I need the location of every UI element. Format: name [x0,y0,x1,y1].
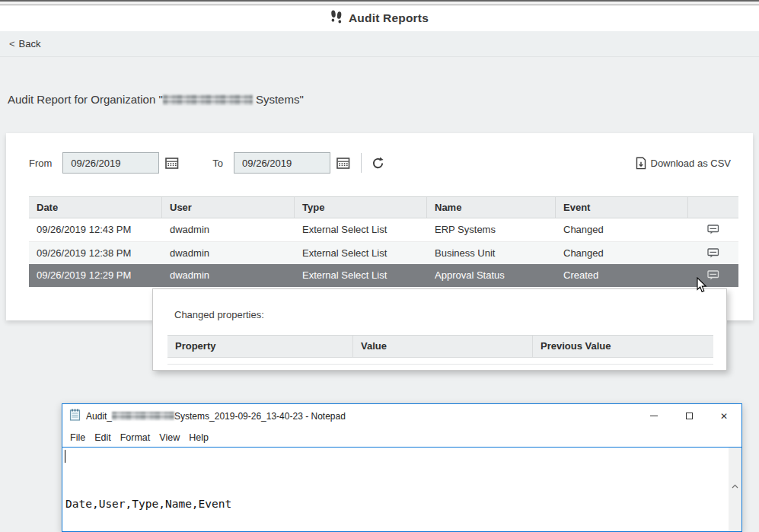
column-header-property: Property [167,336,353,357]
mouse-cursor-icon [697,277,708,297]
table-row[interactable]: 09/26/2019 12:38 PM dwadmin External Sel… [29,241,738,264]
notepad-title-suffix: Systems_2019-09-26_13-40-23 - Notepad [174,411,346,422]
notepad-menubar: File Edit Format View Help [62,428,741,447]
from-calendar-button[interactable] [165,157,179,169]
maximize-icon [686,413,693,419]
calendar-icon [165,157,179,169]
column-header-date: Date [29,197,162,218]
column-header-user: User [162,197,295,218]
scroll-up-button[interactable] [729,479,741,492]
from-date-input[interactable] [62,152,159,174]
audit-table: Date User Type Name Event 09/26/2019 12:… [29,196,738,287]
scrollbar[interactable] [729,448,741,531]
download-csv-label: Download as CSV [651,158,732,169]
close-button[interactable]: ✕ [706,404,741,428]
popup-title: Changed properties: [174,309,264,320]
redacted-filename-part [112,412,174,420]
cell-type: External Select List [295,218,427,241]
cell-event: Changed [556,218,688,241]
back-button[interactable]: < Back [9,38,41,49]
report-heading: Audit Report for Organization " Systems" [8,93,304,106]
close-icon: ✕ [720,411,728,422]
cell-date: 09/26/2019 12:43 PM [29,218,162,241]
window-controls: ✕ [636,404,741,428]
cell-date: 09/26/2019 12:38 PM [29,242,162,264]
menu-view[interactable]: View [155,430,184,445]
download-csv-button[interactable]: Download as CSV [636,157,732,170]
table-row[interactable]: 09/26/2019 12:43 PM dwadmin External Sel… [29,218,738,241]
comment-icon[interactable] [688,218,738,241]
column-header-previous: Previous Value [533,336,713,357]
notepad-title: Audit_Systems_2019-09-26_13-40-23 - Note… [86,411,346,422]
notepad-text-area[interactable]: Date,User,Type,Name,Event 9/26/2019 12:2… [62,447,741,531]
to-calendar-button[interactable] [336,157,350,169]
page-title: Audit Reports [349,11,429,25]
refresh-button[interactable] [371,156,385,170]
footprints-icon [330,10,343,27]
filter-divider [361,153,362,173]
download-icon [636,157,646,170]
notepad-title-prefix: Audit_ [86,411,112,422]
popup-empty-row [167,358,713,365]
audit-table-header: Date User Type Name Event [29,196,738,218]
back-label: Back [19,38,41,49]
text-caret [65,450,65,463]
from-label: From [29,158,52,169]
csv-line: Date,User,Type,Name,Event [65,496,741,512]
refresh-icon [371,156,385,170]
cell-name: Approval Status [427,264,556,287]
filter-row: From To [29,152,731,174]
cell-user: dwadmin [162,218,295,241]
column-header-event: Event [556,197,688,218]
minimize-button[interactable] [636,404,671,428]
minimize-icon [650,416,658,416]
cell-name: Business Unit [427,242,556,264]
comment-icon[interactable] [688,242,738,264]
to-date-input[interactable] [234,152,330,174]
heading-prefix: Audit Report for Organization " [8,93,163,106]
column-header-value: Value [353,336,533,357]
column-header-type: Type [295,197,427,218]
to-label: To [212,158,223,169]
cell-event: Changed [556,242,688,264]
cell-user: dwadmin [162,264,295,287]
cell-event: Created [556,264,688,287]
notepad-icon [69,409,81,424]
redacted-org-name [163,94,253,105]
cell-type: External Select List [295,264,427,287]
calendar-icon [336,157,350,169]
menu-file[interactable]: File [65,430,90,445]
column-header-actions [688,197,738,218]
notepad-window: Audit_Systems_2019-09-26_13-40-23 - Note… [62,403,742,532]
cell-name: ERP Systems [427,218,556,241]
cell-type: External Select List [295,242,427,264]
heading-suffix: Systems" [253,93,304,106]
cell-user: dwadmin [162,242,295,264]
column-header-name: Name [427,197,556,218]
menu-format[interactable]: Format [116,430,155,445]
popup-table-header: Property Value Previous Value [167,335,713,358]
chevron-up-icon [732,484,738,489]
app-header: Audit Reports [0,5,759,31]
table-row-selected[interactable]: 09/26/2019 12:29 PM dwadmin External Sel… [29,264,738,287]
cell-date: 09/26/2019 12:29 PM [29,264,162,287]
notepad-titlebar[interactable]: Audit_Systems_2019-09-26_13-40-23 - Note… [62,404,741,428]
back-chevron-icon: < [9,38,15,49]
changed-properties-popup: Changed properties: Property Value Previ… [152,288,727,371]
maximize-button[interactable] [671,404,706,428]
comment-icon[interactable] [688,264,738,287]
back-bar: < Back [0,31,759,57]
menu-edit[interactable]: Edit [90,430,116,445]
popup-table: Property Value Previous Value [167,335,713,365]
menu-help[interactable]: Help [184,430,213,445]
